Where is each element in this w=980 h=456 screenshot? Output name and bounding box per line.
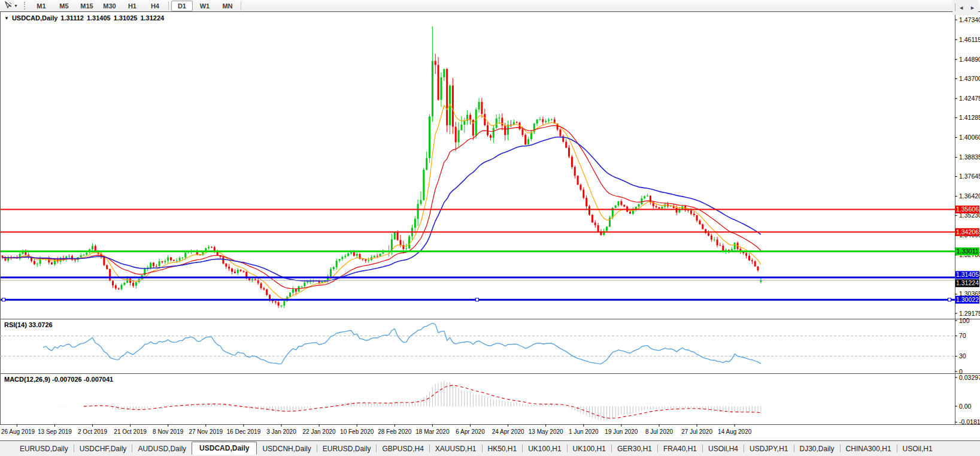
svg-text:1.37645: 1.37645 [959,173,980,180]
svg-text:1.43700: 1.43700 [959,75,980,82]
symbol-tab-gbpusd-h4[interactable]: GBPUSD,H4 [377,442,429,455]
toolbar-separator [241,1,241,10]
symbol-tab-usdjpy-h1[interactable]: USDJPY,H1 [744,442,793,455]
date-label: 2 Oct 2019 [78,428,107,435]
symbol-tab-uk100-h1[interactable]: UK100,H1 [568,442,611,455]
cursor-crosshair-icon [4,1,13,11]
ohlc-low: 1.31025 [114,14,138,22]
symbol-tab-usoil-h4[interactable]: USOil,H4 [703,442,744,455]
date-label: 16 Dec 2019 [227,428,261,435]
date-label: 10 Feb 2020 [340,428,374,435]
date-label: 8 Jul 2020 [645,428,673,435]
svg-text:1.44890: 1.44890 [959,56,980,63]
price-badge-1.35606: 1.35606 [956,206,979,213]
price-chart-canvas[interactable]: 1.473401.461151.448901.437001.424751.412… [0,11,980,440]
macd-axis-label: 0.032972 [959,374,980,381]
ohlc-open: 1.31112 [60,14,84,22]
symbol-tab-usdcnh-daily[interactable]: USDCNH,Daily [257,442,316,455]
chart-window[interactable]: 1.473401.461151.448901.437001.424751.412… [0,11,980,440]
rsi-axis-label: 70 [959,332,966,339]
timeframe-button-m30[interactable]: M30 [99,1,120,11]
symbol-tab-usdchf-daily[interactable]: USDCHF,Daily [74,442,132,455]
date-label: 28 Feb 2020 [378,428,412,435]
level-drag-handle[interactable] [476,298,479,301]
symbol-tab-audusd-daily[interactable]: AUDUSD,Daily [132,442,192,455]
symbol-dropdown-icon[interactable]: ▼ [4,16,9,21]
macd-axis-label: -0.018154 [959,418,980,425]
mt4-terminal-window: ▼ M1M5M15M30H1H4D1W1MN 1.473401.461151.4… [0,0,980,456]
svg-text:1.47340: 1.47340 [959,16,980,23]
date-label: 26 Aug 2019 [1,428,35,435]
symbol-tab-fra40-h1[interactable]: FRA40,H1 [658,442,702,455]
symbol-tab-dj30-daily[interactable]: DJ30,Daily [794,442,840,455]
svg-text:1.41285: 1.41285 [959,114,980,121]
date-label: 24 Apr 2020 [492,428,524,435]
tab-scroll-controls: ◄ ► [952,0,978,15]
date-label: 14 Aug 2020 [718,428,752,435]
timeframe-button-m1[interactable]: M1 [31,1,52,11]
date-label: 18 Mar 2020 [415,428,450,435]
cursor-tool-button[interactable]: ▼ [2,1,20,11]
rsi-axis-label: 30 [959,352,966,360]
tab-scroll-left-button[interactable]: ◄ [955,5,967,11]
date-label: 1 Jun 2020 [569,428,599,435]
price-badge-1.31405: 1.31405 [956,271,979,278]
ohlc-high: 1.31405 [87,14,111,22]
svg-text:1.46115: 1.46115 [959,36,980,43]
rsi-axis-label: 100 [959,317,970,324]
level-drag-handle[interactable] [948,298,951,301]
date-label: 13 May 2020 [529,428,563,435]
symbol-tab-hk50-h1[interactable]: HK50,H1 [483,442,523,455]
symbol-tab-xauusd-h1[interactable]: XAUUSD,H1 [430,442,482,455]
symbol-tab-usdcad-daily[interactable]: USDCAD,Daily [192,442,257,455]
rsi-indicator-label: RSI(14) 33.0726 [4,321,53,328]
date-label: 19 Jun 2020 [605,428,638,435]
timeframe-button-m5[interactable]: M5 [53,1,75,11]
date-label: 27 Jul 2020 [681,428,712,435]
price-badge-1.31224: 1.31224 [956,279,979,286]
date-label: 13 Sep 2019 [38,428,72,435]
symbol-tab-eurusd-daily[interactable]: EURUSD,Daily [14,442,74,455]
macd-axis-label: 0.00 [959,403,972,410]
timeframe-button-mn[interactable]: MN [217,1,238,11]
macd-indicator-label: MACD(12,26,9) -0.007026 -0.007041 [4,376,113,383]
svg-text:1.38835: 1.38835 [959,153,980,161]
svg-text:1.36420: 1.36420 [959,192,980,200]
timeframe-button-w1[interactable]: W1 [194,1,216,11]
symbol-tab-eurusd-daily[interactable]: EURUSD,Daily [317,442,377,455]
date-label: 27 Nov 2019 [189,428,223,435]
symbol-tab-usoil-h1[interactable]: USOil,H1 [897,442,938,455]
chart-symbol-label: USDCAD,Daily [12,14,57,22]
ohlc-close: 1.31224 [140,14,164,22]
price-badge-1.34206: 1.34206 [956,228,979,235]
svg-text:1.29175: 1.29175 [959,310,980,317]
symbol-tab-bar: EURUSD,DailyUSDCHF,DailyAUDUSD,DailyUSDC… [0,440,980,456]
date-label: 3 Jan 2020 [266,428,296,435]
date-label: 8 Nov 2019 [153,428,184,435]
price-badge-1.33011: 1.33011 [956,247,978,255]
timeframe-button-d1[interactable]: D1 [171,1,193,11]
date-label: 21 Oct 2019 [114,428,147,435]
date-label: 6 Apr 2020 [456,428,485,435]
timeframe-toolbar: ▼ M1M5M15M30H1H4D1W1MN [0,0,980,11]
tab-scroll-right-button[interactable]: ► [967,5,978,11]
toolbar-grip[interactable] [24,2,27,10]
timeframe-button-m15[interactable]: M15 [76,1,98,11]
svg-text:1.42475: 1.42475 [959,95,980,102]
timeframe-button-h1[interactable]: H1 [122,1,143,11]
date-label: 22 Jan 2020 [303,428,336,435]
symbol-tab-china300-h1[interactable]: CHINA300,H1 [841,442,897,455]
timeframe-button-h4[interactable]: H4 [144,1,166,11]
svg-text:1.40060: 1.40060 [959,134,980,141]
chart-title: ▼ USDCAD,Daily 1.31112 1.31405 1.31025 1… [4,14,164,22]
price-badge-1.30022: 1.30022 [956,296,979,303]
toolbar-separator [168,1,169,10]
chevron-down-icon: ▼ [14,4,18,8]
symbol-tab-ger30-h1[interactable]: GER30,H1 [612,442,657,455]
level-drag-handle[interactable] [2,298,5,301]
symbol-tab-uk100-h1[interactable]: UK100,H1 [523,442,566,455]
